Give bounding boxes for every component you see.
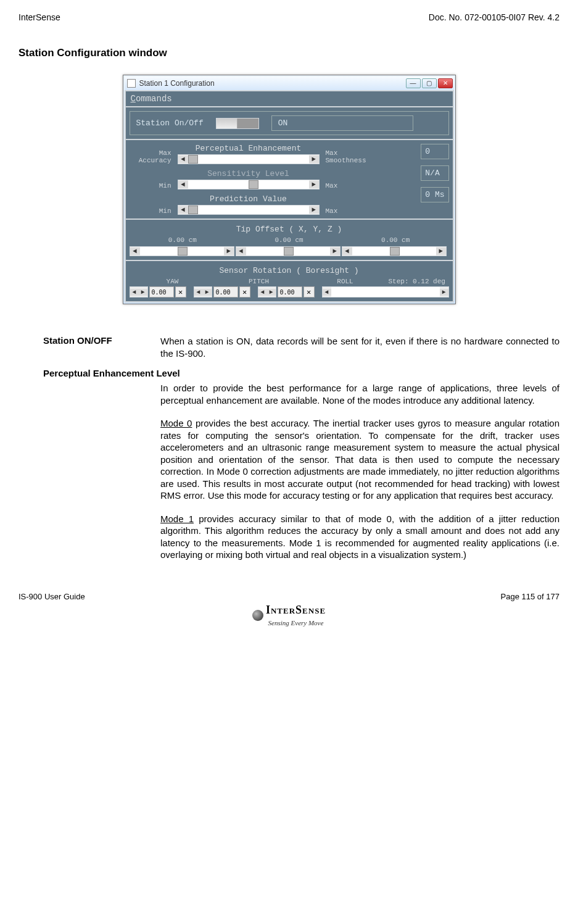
tip-x-slider[interactable]: ◄► — [130, 246, 234, 256]
tip-x: 0.00 cm — [168, 236, 197, 244]
sens-right-label: Max — [326, 182, 375, 189]
brand-footer: InterSense Sensing Every Move — [19, 604, 559, 627]
onoff-term: Station ON/OFF — [43, 335, 160, 359]
perc-value: 0 — [421, 144, 448, 159]
window-title: Station 1 Configuration — [139, 79, 215, 88]
perc-title: Perceptual Enhancement — [178, 144, 320, 153]
pitch-value[interactable]: 0.00 — [213, 286, 238, 298]
pitch-stepper[interactable]: ◄► — [194, 286, 212, 298]
perc-slider[interactable]: ◄► — [178, 154, 320, 164]
header-left: InterSense — [19, 12, 60, 22]
pred-right-label: Max — [326, 207, 375, 215]
pred-slider[interactable]: ◄► — [178, 205, 320, 215]
step-slider[interactable]: ◄► — [322, 286, 449, 298]
sens-slider[interactable]: ◄► — [178, 180, 320, 189]
close-button[interactable]: ✕ — [438, 78, 453, 88]
config-window: Station 1 Configuration — ▢ ✕ Commands S… — [123, 75, 456, 304]
tip-y: 0.00 cm — [275, 236, 303, 244]
station-onoff-switch[interactable] — [216, 118, 259, 129]
sens-left-label: Min — [130, 182, 171, 189]
tip-y-slider[interactable]: ◄► — [236, 246, 341, 256]
perc-heading: Perceptual Enhancement Level — [43, 368, 180, 378]
tip-z-slider[interactable]: ◄► — [342, 246, 447, 256]
perc-right-label: Max Smoothness — [326, 149, 375, 164]
mode1-label: Mode 1 — [160, 514, 194, 524]
menu-commands[interactable]: Commands — [125, 90, 454, 106]
perc-left-label: Max Accuracy — [130, 149, 171, 164]
yaw-value[interactable]: 0.00 — [149, 286, 174, 298]
brand-logo-icon — [252, 610, 263, 621]
yaw-label: YAW — [130, 278, 216, 285]
window-icon — [127, 79, 136, 88]
brand-tag: Sensing Every Move — [268, 619, 324, 626]
station-state: ON — [271, 115, 413, 131]
pred-left-label: Min — [130, 207, 171, 215]
pred-title: Prediction Value — [178, 194, 320, 204]
sensor-title: Sensor Rotation ( Boresight ) — [130, 266, 449, 275]
tip-z: 0.00 cm — [381, 236, 410, 244]
maximize-button[interactable]: ▢ — [422, 78, 437, 88]
onoff-body: When a station is ON, data records will … — [160, 335, 559, 359]
section-title: Station Configuration window — [19, 47, 559, 59]
pred-value: 0 Ms — [421, 187, 448, 202]
mode1-body: provides accuracy similar to that of mod… — [160, 514, 559, 560]
footer-left: IS-900 User Guide — [19, 592, 85, 601]
roll-reset[interactable]: ✕ — [303, 286, 315, 298]
sens-title: Sensitivity Level — [178, 169, 320, 178]
roll-stepper[interactable]: ◄► — [258, 286, 276, 298]
station-onoff-label: Station On/Off — [136, 119, 204, 128]
page-footer: IS-900 User Guide Page 115 of 177 — [19, 592, 559, 601]
header-right: Doc. No. 072-00105-0I07 Rev. 4.2 — [429, 12, 559, 22]
perc-intro: In order to provide the best performance… — [160, 383, 559, 406]
mode0-label: Mode 0 — [160, 418, 192, 428]
pitch-reset[interactable]: ✕ — [239, 286, 250, 298]
pitch-label: PITCH — [216, 278, 302, 285]
minimize-button[interactable]: — — [406, 78, 421, 88]
step-label: Step: 0.12 deg — [389, 278, 449, 285]
definitions: Station ON/OFF When a station is ON, dat… — [43, 335, 559, 561]
yaw-stepper[interactable]: ◄► — [130, 286, 148, 298]
roll-label: ROLL — [302, 278, 389, 285]
page-header: InterSense Doc. No. 072-00105-0I07 Rev. … — [19, 12, 559, 22]
titlebar: Station 1 Configuration — ▢ ✕ — [125, 77, 454, 90]
tip-title: Tip Offset ( X, Y, Z ) — [130, 225, 449, 234]
yaw-reset[interactable]: ✕ — [175, 286, 186, 298]
brand-name: InterSense — [266, 604, 326, 616]
roll-value[interactable]: 0.00 — [278, 286, 302, 298]
footer-right: Page 115 of 177 — [501, 592, 559, 601]
mode0-body: provides the best accuracy. The inertial… — [160, 418, 559, 501]
sens-value: N/A — [421, 165, 448, 181]
